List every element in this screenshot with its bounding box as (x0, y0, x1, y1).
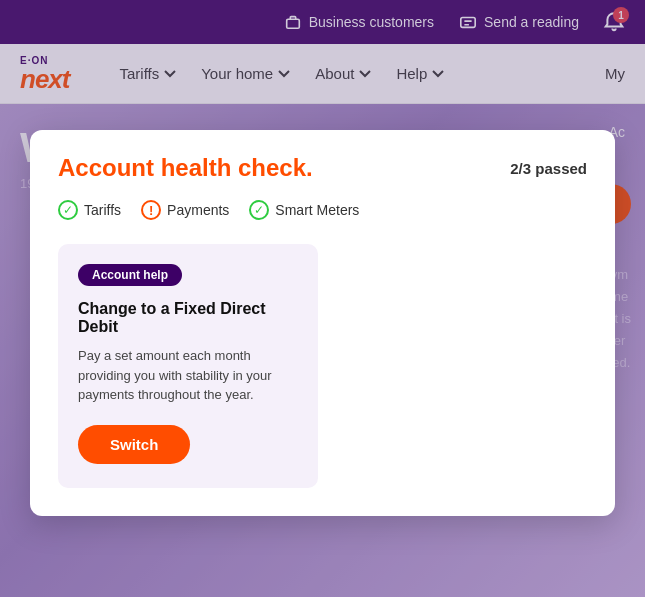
check-pass-icon-2: ✓ (249, 200, 269, 220)
help-card-title: Change to a Fixed Direct Debit (78, 300, 298, 336)
check-warn-icon: ! (141, 200, 161, 220)
check-tariffs: ✓ Tariffs (58, 200, 121, 220)
help-tag: Account help (78, 264, 182, 286)
check-smart-meters-label: Smart Meters (275, 202, 359, 218)
check-pass-icon: ✓ (58, 200, 78, 220)
check-payments-label: Payments (167, 202, 229, 218)
check-smart-meters: ✓ Smart Meters (249, 200, 359, 220)
modal-passed: 2/3 passed (510, 160, 587, 177)
switch-button[interactable]: Switch (78, 425, 190, 464)
modal-header: Account health check. 2/3 passed (58, 154, 587, 182)
help-card: Account help Change to a Fixed Direct De… (58, 244, 318, 488)
modal-title: Account health check. (58, 154, 313, 182)
help-card-body: Pay a set amount each month providing yo… (78, 346, 298, 405)
check-payments: ! Payments (141, 200, 229, 220)
account-health-modal: Account health check. 2/3 passed ✓ Tarif… (30, 130, 615, 516)
check-tariffs-label: Tariffs (84, 202, 121, 218)
modal-checks: ✓ Tariffs ! Payments ✓ Smart Meters (58, 200, 587, 220)
